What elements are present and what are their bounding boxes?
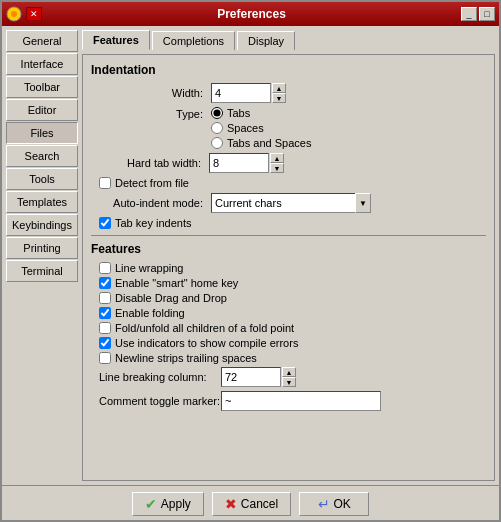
minimize-button[interactable]: _ [461, 7, 477, 21]
titlebar-left: ✕ [6, 6, 42, 22]
line-breaking-spin-down[interactable]: ▼ [282, 377, 296, 387]
radio-tabs-spaces-row: Tabs and Spaces [211, 137, 311, 149]
width-input[interactable] [211, 83, 271, 103]
cancel-button[interactable]: ✖ Cancel [212, 492, 291, 516]
radio-spaces-label: Spaces [227, 122, 264, 134]
sidebar-item-terminal[interactable]: Terminal [6, 260, 78, 282]
enable-folding-label: Enable folding [115, 307, 185, 319]
smart-home-row: Enable "smart" home key [91, 277, 486, 289]
sidebar-item-toolbar[interactable]: Toolbar [6, 76, 78, 98]
svg-point-1 [11, 11, 17, 17]
fold-unfold-checkbox[interactable] [99, 322, 111, 334]
comment-toggle-input[interactable] [221, 391, 381, 411]
width-spin-up[interactable]: ▲ [272, 83, 286, 93]
tab-key-checkbox[interactable] [99, 217, 111, 229]
compile-errors-row: Use indicators to show compile errors [91, 337, 486, 349]
line-wrapping-row: Line wrapping [91, 262, 486, 274]
sidebar-item-printing[interactable]: Printing [6, 237, 78, 259]
radio-tabs-spaces[interactable] [211, 137, 223, 149]
radio-spaces[interactable] [211, 122, 223, 134]
type-row: Type: Tabs Spaces Tabs and Spaces [91, 107, 486, 149]
hard-tab-label: Hard tab width: [99, 157, 209, 169]
section-divider [91, 235, 486, 236]
sidebar-item-files[interactable]: Files [6, 122, 78, 144]
comment-toggle-label: Comment toggle marker: [91, 395, 221, 407]
newline-strips-row: Newline strips trailing spaces [91, 352, 486, 364]
tab-content: Indentation Width: ▲ ▼ Type: [82, 54, 495, 481]
main-content: General Interface Toolbar Editor Files S… [2, 26, 499, 485]
tab-key-row: Tab key indents [91, 217, 486, 229]
ok-button[interactable]: ↵ OK [299, 492, 369, 516]
line-breaking-wrap: ▲ ▼ [221, 367, 296, 387]
compile-errors-label: Use indicators to show compile errors [115, 337, 298, 349]
smart-home-checkbox[interactable] [99, 277, 111, 289]
indentation-section-title: Indentation [91, 63, 486, 77]
auto-indent-select-wrap: Current chars ▼ [211, 193, 371, 213]
apply-icon: ✔ [145, 496, 157, 512]
ok-label: OK [334, 497, 351, 511]
select-arrow-icon[interactable]: ▼ [355, 193, 371, 213]
window-close-btn[interactable]: ✕ [26, 7, 42, 21]
sidebar-item-general[interactable]: General [6, 30, 78, 52]
sidebar-item-interface[interactable]: Interface [6, 53, 78, 75]
radio-tabs[interactable] [211, 107, 223, 119]
hard-tab-spinbtns: ▲ ▼ [270, 153, 284, 173]
radio-tabs-spaces-label: Tabs and Spaces [227, 137, 311, 149]
preferences-window: ✕ Preferences _ □ General Interface Tool… [0, 0, 501, 522]
auto-indent-row: Auto-indent mode: Current chars ▼ [91, 193, 486, 213]
line-wrapping-checkbox[interactable] [99, 262, 111, 274]
enable-folding-checkbox[interactable] [99, 307, 111, 319]
sidebar-item-keybindings[interactable]: Keybindings [6, 214, 78, 236]
ok-icon: ↵ [318, 496, 330, 512]
line-breaking-spinbtns: ▲ ▼ [282, 367, 296, 387]
width-input-wrap: ▲ ▼ [211, 83, 286, 103]
disable-drag-label: Disable Drag and Drop [115, 292, 227, 304]
titlebar-controls: _ □ [461, 7, 495, 21]
sidebar-item-tools[interactable]: Tools [6, 168, 78, 190]
cancel-icon: ✖ [225, 496, 237, 512]
width-spinbtns: ▲ ▼ [272, 83, 286, 103]
hard-tab-spin-up[interactable]: ▲ [270, 153, 284, 163]
apply-button[interactable]: ✔ Apply [132, 492, 204, 516]
radio-tabs-label: Tabs [227, 107, 250, 119]
tab-completions[interactable]: Completions [152, 31, 235, 50]
window-title: Preferences [42, 7, 461, 21]
hard-tab-input[interactable] [209, 153, 269, 173]
detect-checkbox[interactable] [99, 177, 111, 189]
type-radio-group: Tabs Spaces Tabs and Spaces [211, 107, 311, 149]
app-icon [6, 6, 22, 22]
hard-tab-input-wrap: ▲ ▼ [209, 153, 284, 173]
hard-tab-row: Hard tab width: ▲ ▼ [91, 153, 486, 173]
radio-spaces-row: Spaces [211, 122, 311, 134]
right-panel: Features Completions Display Indentation… [82, 30, 495, 481]
tab-features[interactable]: Features [82, 30, 150, 50]
compile-errors-checkbox[interactable] [99, 337, 111, 349]
comment-toggle-row: Comment toggle marker: [91, 391, 486, 411]
features-section-title: Features [91, 242, 486, 256]
auto-indent-select[interactable]: Current chars [211, 193, 371, 213]
line-breaking-row: Line breaking column: ▲ ▼ [91, 367, 486, 387]
disable-drag-row: Disable Drag and Drop [91, 292, 486, 304]
cancel-label: Cancel [241, 497, 278, 511]
sidebar-item-search[interactable]: Search [6, 145, 78, 167]
line-breaking-spin-up[interactable]: ▲ [282, 367, 296, 377]
maximize-button[interactable]: □ [479, 7, 495, 21]
line-breaking-input[interactable] [221, 367, 281, 387]
radio-tabs-row: Tabs [211, 107, 311, 119]
bottom-bar: ✔ Apply ✖ Cancel ↵ OK [2, 485, 499, 520]
disable-drag-checkbox[interactable] [99, 292, 111, 304]
newline-strips-checkbox[interactable] [99, 352, 111, 364]
width-row: Width: ▲ ▼ [91, 83, 486, 103]
sidebar: General Interface Toolbar Editor Files S… [6, 30, 78, 481]
width-spin-down[interactable]: ▼ [272, 93, 286, 103]
hard-tab-spin-down[interactable]: ▼ [270, 163, 284, 173]
sidebar-item-templates[interactable]: Templates [6, 191, 78, 213]
sidebar-item-editor[interactable]: Editor [6, 99, 78, 121]
smart-home-label: Enable "smart" home key [115, 277, 238, 289]
tab-display[interactable]: Display [237, 31, 295, 50]
titlebar: ✕ Preferences _ □ [2, 2, 499, 26]
apply-label: Apply [161, 497, 191, 511]
newline-strips-label: Newline strips trailing spaces [115, 352, 257, 364]
detect-label: Detect from file [115, 177, 189, 189]
enable-folding-row: Enable folding [91, 307, 486, 319]
